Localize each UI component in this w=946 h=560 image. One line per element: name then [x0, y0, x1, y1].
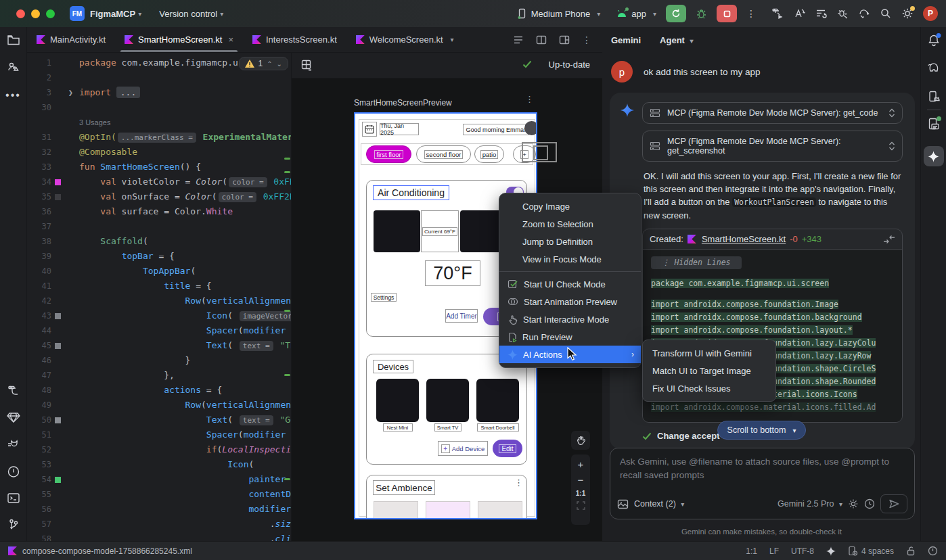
- gutter-color-swatch[interactable]: [55, 179, 61, 185]
- zoom-in-button[interactable]: +: [578, 459, 584, 470]
- running-devices-cat-icon[interactable]: [7, 438, 20, 450]
- gradle-elephant-icon[interactable]: [926, 62, 941, 73]
- code-editor[interactable]: 1package com.example.figmamcp.u23❯import…: [27, 53, 291, 541]
- profile-avatar[interactable]: [524, 121, 537, 135]
- running-devices-icon[interactable]: [928, 91, 940, 103]
- tab-mainactivity-kt[interactable]: MainActivity.kt: [27, 27, 115, 52]
- menu-item-copy-image[interactable]: Copy Image: [499, 197, 641, 215]
- ambience-kebab-icon[interactable]: ⋮: [514, 481, 523, 484]
- tab-welcomescreen-kt[interactable]: WelcomeScreen.kt▾: [346, 27, 464, 52]
- ambience-tile[interactable]: [374, 501, 418, 519]
- model-selector[interactable]: Gemini 2.5 Pro ▾: [778, 499, 842, 509]
- search-everywhere-icon[interactable]: [880, 7, 892, 20]
- code-assist-icon[interactable]: [793, 7, 805, 20]
- tab-options-kebab[interactable]: ⋮: [582, 34, 591, 45]
- gutter-color-swatch[interactable]: [55, 194, 61, 200]
- notifications-bell-icon[interactable]: [927, 34, 940, 47]
- gutter-color-swatch[interactable]: [55, 477, 61, 483]
- settings-gear-icon[interactable]: [901, 7, 914, 20]
- project-tool-icon[interactable]: [7, 34, 20, 46]
- user-avatar[interactable]: P: [923, 6, 938, 21]
- debug-button[interactable]: [696, 8, 707, 20]
- menu-item-transform-ui-with-gemini[interactable]: Transform UI with Gemini: [643, 344, 775, 362]
- stop-button[interactable]: [717, 5, 737, 22]
- device-manager-icon[interactable]: [928, 118, 940, 130]
- problems-indicator-icon[interactable]: [928, 546, 938, 556]
- file-encoding[interactable]: UTF-8: [791, 546, 814, 556]
- hidden-tabs-chevron-icon[interactable]: ▾: [451, 36, 454, 43]
- device-tile-smart-doorbell[interactable]: [476, 379, 519, 422]
- chat-settings-gear-icon[interactable]: [848, 498, 859, 509]
- vcs-widget[interactable]: Version control: [159, 9, 217, 19]
- ambience-card[interactable]: Set Ambience ⋮: [366, 475, 527, 519]
- status-file-name[interactable]: compose-compose-model-1758866285245.xml: [22, 546, 192, 556]
- prev-issue-chevron-icon[interactable]: ⌃: [267, 60, 272, 68]
- device-tile-nest-mini[interactable]: [376, 379, 419, 422]
- room-chip-second-floor[interactable]: second floor: [416, 145, 471, 163]
- menu-item-zoom-to-selection[interactable]: Zoom to Selection: [499, 215, 641, 233]
- version-control-icon[interactable]: [7, 518, 20, 531]
- next-issue-chevron-icon[interactable]: ⌄: [277, 60, 282, 68]
- rerun-button[interactable]: [666, 5, 686, 22]
- menu-item-run-preview[interactable]: Run Preview: [499, 328, 641, 346]
- menu-item-start-animation-preview[interactable]: Start Animation Preview: [499, 293, 641, 310]
- maximize-window-button[interactable]: [46, 9, 55, 18]
- more-tool-windows-icon[interactable]: •••: [5, 89, 21, 101]
- devices-card[interactable]: Devices ⋮ Nest MiniSmart TVSmart Doorbel…: [366, 354, 527, 465]
- gemini-tab[interactable]: Gemini: [611, 35, 641, 45]
- ac-current-tile[interactable]: Current 69°F: [421, 210, 459, 252]
- created-file-link[interactable]: SmartHomeScreen.kt: [702, 234, 786, 244]
- resource-manager-icon[interactable]: [7, 61, 20, 73]
- run-config-selector[interactable]: app ▾: [616, 9, 656, 19]
- zoom-fit-button[interactable]: [577, 501, 585, 510]
- terminal-icon[interactable]: [7, 492, 20, 504]
- build-tool-icon[interactable]: [7, 384, 20, 398]
- app-quality-insights-icon[interactable]: [7, 411, 20, 423]
- history-clock-icon[interactable]: [864, 498, 875, 509]
- menu-item-start-ui-check-mode[interactable]: Start UI Check Mode: [499, 275, 641, 293]
- room-chip-first-floor[interactable]: first floor: [366, 145, 411, 163]
- selection-handle[interactable]: [533, 145, 548, 160]
- expand-collapse-icon[interactable]: [888, 108, 895, 118]
- gutter-color-swatch[interactable]: [55, 313, 61, 319]
- context-button[interactable]: Context (2) ▾: [634, 499, 684, 509]
- add-device-button[interactable]: + Add Device: [438, 441, 488, 456]
- gemini-status-sparkle-icon[interactable]: [826, 546, 836, 556]
- tab-smarthomescreen-kt[interactable]: SmartHomeScreen.kt×: [115, 27, 243, 52]
- zoom-out-button[interactable]: −: [578, 474, 584, 486]
- add-timer-button[interactable]: Add Timer: [445, 309, 478, 323]
- preview-layout-icon[interactable]: [559, 35, 570, 45]
- minimize-window-button[interactable]: [31, 9, 40, 18]
- tab-interestsscreen-kt[interactable]: InterestsScreen.kt: [243, 27, 346, 52]
- gutter-color-swatch[interactable]: [55, 417, 61, 423]
- menu-item-jump-to-definition[interactable]: Jump to Definition: [499, 233, 641, 250]
- edit-button[interactable]: Edit: [493, 440, 522, 457]
- preview-kebab-icon[interactable]: ⋮: [525, 97, 534, 101]
- ac-mode-tile[interactable]: [374, 210, 420, 252]
- expand-collapse-icon[interactable]: [888, 141, 895, 151]
- build-icon[interactable]: [771, 7, 784, 20]
- menu-item-match-ui-to-target-image[interactable]: Match UI to Target Image: [643, 362, 775, 379]
- device-tile-smart-tv[interactable]: [426, 379, 469, 422]
- ambience-tile[interactable]: [478, 501, 522, 519]
- pan-hand-button[interactable]: [571, 431, 590, 450]
- todo-list-icon[interactable]: [815, 7, 827, 20]
- mcp-tool-card[interactable]: MCP (Figma Remote Dev Mode MCP Server): …: [642, 131, 903, 162]
- chat-input-box[interactable]: Ask Gemini, use @filename to attach sour…: [610, 448, 915, 519]
- readonly-lock-icon[interactable]: [906, 546, 916, 556]
- menu-item-fix-ui-check-issues[interactable]: Fix UI Check Issues: [643, 379, 775, 397]
- agent-mode-selector[interactable]: Agent ▾: [660, 35, 694, 45]
- scroll-to-bottom-button[interactable]: Scroll to bottom ▾: [717, 421, 807, 440]
- device-selector[interactable]: Medium Phone ▾: [517, 8, 600, 20]
- inspection-widget[interactable]: 1 ⌃ ⌄: [239, 57, 288, 70]
- problems-icon[interactable]: [7, 465, 20, 478]
- device-mirror-icon[interactable]: [858, 7, 870, 20]
- open-diff-icon[interactable]: [883, 235, 895, 244]
- close-window-button[interactable]: [16, 9, 25, 18]
- project-selector[interactable]: FigmaMCP: [90, 9, 135, 19]
- attach-image-icon[interactable]: [617, 499, 629, 509]
- fold-arrow-icon[interactable]: ❯: [68, 85, 79, 100]
- indent-setting[interactable]: 4 spaces: [848, 546, 894, 556]
- mcp-tool-card[interactable]: MCP (Figma Remote Dev Mode MCP Server): …: [642, 102, 903, 124]
- layout-grid-icon[interactable]: [301, 60, 313, 71]
